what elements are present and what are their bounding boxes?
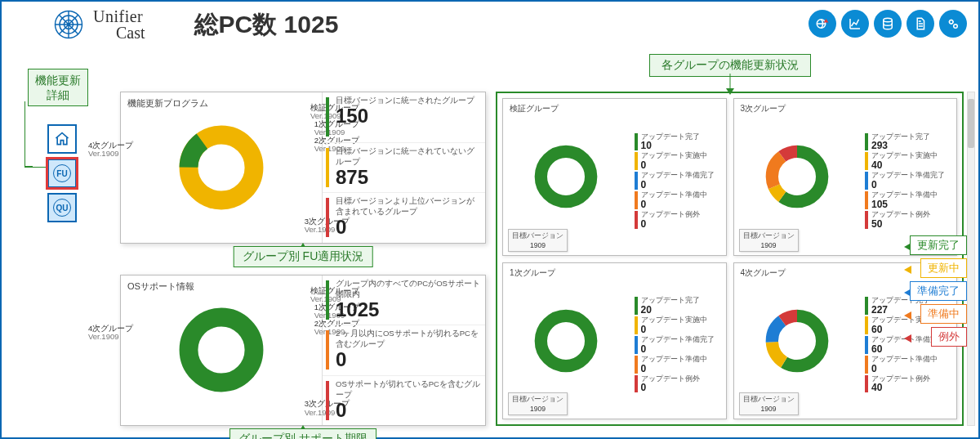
card-stat-row: アップデート実施中 0 (633, 152, 723, 170)
scrollbar-vertical[interactable] (967, 92, 975, 426)
callout-connector-h (24, 167, 46, 168)
card-stat-label: アップデート完了 (641, 133, 723, 141)
card-stat-row: アップデート準備中 105 (863, 191, 953, 209)
fu-icon: FU (53, 164, 71, 182)
target-version-badge[interactable]: 目標バージョン1909 (508, 392, 568, 415)
card-stat-label: アップデート例外 (871, 375, 953, 383)
alert-globe-button[interactable] (808, 10, 836, 38)
card-stat-label: アップデート例外 (641, 375, 723, 383)
app-name-line1: Unifier (93, 8, 145, 25)
qu-button[interactable]: QU (47, 193, 77, 222)
header: Unifier Cast 総PC数 1025 (2, 2, 978, 47)
scrollbar-thumb[interactable] (968, 99, 974, 148)
database-button[interactable] (874, 10, 902, 38)
card-stat-value: 20 (641, 305, 723, 315)
group-card[interactable]: 3次グループ アップデート完了 293 アップデート実施中 40 アップデート準… (733, 98, 958, 256)
side-nav: FU QU (47, 124, 77, 222)
left-column: 機能更新プログラム 検証グループVer.1909 1次グループVer.1909 … (120, 92, 486, 426)
callout-feature-update-detail: 機能更新 詳細 (28, 69, 88, 106)
card-stat-value: 0 (871, 180, 953, 190)
donut-chart (528, 303, 604, 379)
legend-annotation: 例外 (931, 327, 967, 347)
svg-point-6 (954, 25, 958, 29)
card-stat-value: 50 (871, 219, 953, 229)
arrow-left-icon (904, 311, 911, 320)
card-stat-row: アップデート完了 20 (633, 297, 723, 315)
panel-caption: グループ別 FU適用状況 (234, 246, 373, 267)
card-stat-value: 0 (641, 180, 723, 190)
settings-button[interactable] (939, 10, 967, 38)
target-version-badge[interactable]: 目標バージョン1909 (508, 229, 568, 252)
donut-feature-update: 検証グループVer.1909 1次グループVer.1909 2次グループVer.… (121, 92, 322, 243)
arrow-left-icon (904, 334, 911, 343)
card-stat-row: アップデート完了 293 (863, 133, 953, 151)
total-pc-count: 総PC数 1025 (194, 8, 339, 42)
fu-button[interactable]: FU (47, 159, 77, 188)
arrow-left-icon (904, 266, 911, 274)
card-title: 1次グループ (510, 267, 555, 279)
card-stat-label: アップデート準備完了 (871, 172, 953, 180)
card-stat-value: 0 (641, 199, 723, 209)
card-stat-label: アップデート実施中 (871, 152, 953, 160)
legend-annotation: 準備完了 (910, 281, 967, 301)
card-stat-row: アップデート準備完了 0 (863, 172, 953, 190)
home-button[interactable] (47, 124, 77, 154)
group-card[interactable]: 1次グループ アップデート完了 20 アップデート実施中 0 アップデート準備完… (502, 262, 727, 420)
target-version-badge[interactable]: 目標バージョン1909 (739, 229, 799, 252)
card-stat-label: アップデート完了 (641, 297, 723, 305)
card-stat-value: 105 (871, 199, 953, 209)
stat-row: グループ内のすべてのPCがOSサポート期限内1025 (323, 275, 485, 326)
card-stat-row: アップデート準備完了 0 (633, 172, 723, 190)
target-version-badge[interactable]: 目標バージョン1909 (739, 392, 799, 415)
card-stat-label: アップデート準備完了 (641, 172, 723, 180)
card-stat-label: アップデート例外 (641, 211, 723, 219)
card-stat-label: アップデート準備中 (641, 356, 723, 364)
donut-os-support: 検証グループVer.1909 1次グループVer.1909 2次グループVer.… (121, 275, 322, 426)
donut-chart (528, 139, 604, 214)
card-stat-label: アップデート準備中 (871, 356, 953, 364)
right-column: 各グループの機能更新状況 検証グループ アップデート完了 10 アップデート実施… (496, 92, 964, 426)
card-stats: アップデート完了 10 アップデート実施中 0 アップデート準備完了 0 アップ… (630, 99, 726, 255)
card-stat-value: 0 (641, 364, 723, 374)
home-icon (54, 131, 70, 147)
card-stat-row: アップデート準備中 0 (633, 356, 723, 374)
group-cluster: 検証グループ アップデート完了 10 アップデート実施中 0 アップデート準備完… (496, 92, 964, 426)
web-icon (51, 7, 87, 43)
card-stat-row: アップデート準備中 0 (863, 356, 953, 374)
card-stat-row: アップデート実施中 40 (863, 152, 953, 170)
qu-icon: QU (53, 199, 71, 217)
dashboard-root: Unifier Cast 総PC数 1025 機能更新 詳細 FU QU (0, 0, 980, 439)
card-stats: アップデート完了 293 アップデート実施中 40 アップデート準備完了 0 ア… (860, 99, 956, 255)
app-logo: Unifier Cast (51, 7, 145, 43)
chart-button[interactable] (841, 10, 869, 38)
card-stat-row: アップデート例外 50 (863, 211, 953, 229)
document-button[interactable] (906, 10, 934, 38)
panel-stats: 目標バージョンに統一されたグループ150 目標バージョンに統一されていないグルー… (322, 92, 485, 243)
card-stat-value: 40 (871, 383, 953, 392)
card-stat-label: アップデート例外 (871, 211, 953, 219)
stat-row: 目標バージョンに統一されたグループ150 (323, 92, 485, 143)
group-card[interactable]: 検証グループ アップデート完了 10 アップデート実施中 0 アップデート準備完… (502, 98, 727, 256)
card-stat-value: 0 (641, 325, 723, 334)
card-stat-label: アップデート準備完了 (641, 336, 723, 344)
card-title: 3次グループ (741, 103, 786, 114)
stat-row: 目標バージョンより上位バージョンが含まれているグループ0 (323, 193, 485, 243)
svg-point-9 (189, 317, 254, 383)
card-stat-label: アップデート準備中 (641, 191, 723, 199)
panel-os-support: OSサポート情報 検証グループVer.1909 1次グループVer.1909 2… (120, 275, 486, 427)
card-stat-value: 40 (871, 160, 953, 170)
card-stat-value: 10 (641, 141, 723, 150)
legend-annotation: 更新完了 (910, 235, 967, 255)
panel-feature-update: 機能更新プログラム 検証グループVer.1909 1次グループVer.1909 … (120, 92, 486, 244)
card-stat-value: 0 (641, 219, 723, 229)
panel-caption: グループ別 サポート期限 (229, 428, 376, 439)
card-stat-value: 0 (641, 383, 723, 392)
card-stat-value: 0 (641, 344, 723, 354)
card-stat-row: アップデート完了 10 (633, 133, 723, 151)
stat-row: 2 ヶ月以内にOSサポートが切れるPCを含むグループ0 (323, 325, 485, 376)
card-stat-label: アップデート実施中 (641, 152, 723, 160)
legend-annotation: 更新中 (920, 258, 967, 278)
panel-stats: グループ内のすべてのPCがOSサポート期限内1025 2 ヶ月以内にOSサポート… (322, 275, 485, 426)
svg-point-15 (541, 316, 591, 365)
card-stat-label: アップデート実施中 (641, 316, 723, 325)
